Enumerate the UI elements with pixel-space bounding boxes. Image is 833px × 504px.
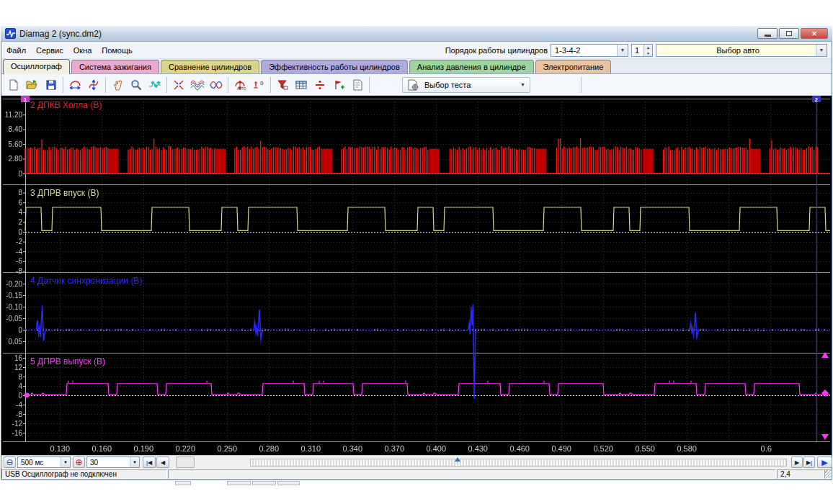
scroll-position-marker[interactable] (455, 457, 460, 462)
minimize-icon (765, 35, 771, 37)
menu-file[interactable]: Файл (1, 44, 31, 57)
skip-end-icon: ▶| (806, 459, 812, 466)
go-end-button[interactable]: ▶| (803, 456, 815, 468)
plus-circle-icon: ⊕ (75, 458, 82, 467)
hand-pan-icon[interactable] (108, 76, 127, 94)
window-title: Diamag 2 (sync.dm2) (19, 29, 102, 39)
new-document-icon[interactable] (4, 76, 23, 94)
menu-service[interactable]: Сервис (31, 44, 68, 57)
compare-channels-icon[interactable] (207, 76, 226, 94)
window-bottom-edge (1, 479, 832, 480)
step-forward-button[interactable]: ▶ (791, 456, 803, 468)
data-table-icon[interactable] (292, 76, 311, 94)
statusbar: USB Осциллограф не подключен 2,4 (1, 469, 832, 479)
background-window-fragment (252, 481, 276, 485)
background-window-fragment (175, 481, 191, 485)
auto-scale-icon[interactable]: AUTO (231, 76, 249, 94)
status-spacer (168, 469, 776, 479)
grid-increase-button[interactable]: ⊕ (73, 456, 85, 468)
bottom-control-bar: ⊖ 500 мс ▼ ⊕ 30 ▼ |◀ ◀ ▶ ▶| ▶ (1, 455, 832, 469)
arrow-right-icon: ▶ (795, 459, 799, 466)
oscilloscope-plot[interactable] (3, 96, 830, 455)
chevron-down-icon[interactable]: ▼ (61, 457, 70, 467)
open-file-icon[interactable] (23, 76, 42, 94)
spin-down-icon[interactable]: ▼ (644, 50, 652, 56)
tab-cylinder-efficiency[interactable]: Эффективность работы цилиндров (261, 60, 408, 73)
cylinder-number-stepper[interactable]: 1 ▲▼ (631, 44, 653, 57)
svg-text:0: 0 (260, 80, 264, 86)
scale-amplitude-icon[interactable] (84, 76, 103, 94)
background-window-fragment (277, 481, 300, 485)
go-start-button[interactable]: |◀ (143, 456, 156, 468)
add-flag-icon[interactable] (329, 76, 348, 94)
signal-markers-icon[interactable] (146, 76, 164, 94)
chevron-down-icon[interactable]: ▼ (816, 45, 827, 56)
zero-level-icon[interactable]: 0 (249, 76, 268, 94)
menu-help[interactable]: Помощь (97, 44, 138, 57)
tabbar: Осциллограф Система зажигания Сравнение … (1, 59, 832, 74)
close-button[interactable]: ✕ (801, 28, 828, 39)
grid-count-select[interactable]: 30 ▼ (86, 456, 140, 468)
play-button[interactable]: ▶ (817, 456, 832, 468)
sweep-decrease-button[interactable]: ⊖ (4, 456, 16, 468)
minus-circle-icon: ⊖ (6, 458, 13, 467)
sweep-select[interactable]: 500 мс ▼ (17, 456, 71, 468)
divide-grid-icon[interactable] (311, 76, 329, 94)
play-icon: ▶ (821, 458, 827, 467)
menubar: Файл Сервис Окна Помощь Порядок работы ц… (1, 42, 832, 59)
arrow-left-icon: ◀ (161, 459, 165, 466)
report-notes-icon[interactable] (348, 76, 367, 94)
close-icon: ✕ (811, 30, 817, 37)
app-logo-icon (5, 28, 16, 39)
car-select[interactable]: Выбор авто ▼ (656, 44, 827, 57)
save-file-icon[interactable] (42, 76, 61, 94)
minimize-button[interactable] (757, 28, 778, 39)
zoom-lens-icon[interactable] (127, 76, 146, 94)
tab-oscilloscope[interactable]: Осциллограф (3, 59, 70, 74)
resize-grip[interactable] (824, 469, 832, 479)
menu-windows[interactable]: Окна (68, 44, 97, 57)
svg-text:AUTO: AUTO (237, 87, 246, 91)
background-window-fragment (227, 481, 251, 485)
titlebar[interactable]: Diamag 2 (sync.dm2) ✕ (1, 26, 832, 42)
skip-start-icon: |◀ (146, 459, 152, 466)
chevron-down-icon: ▼ (520, 82, 525, 87)
chevron-down-icon[interactable]: ▼ (130, 457, 139, 467)
restore-icon (786, 31, 792, 36)
test-select-button[interactable]: Выбор теста ▼ (402, 77, 530, 93)
firing-order-label: Порядок работы цилиндров (445, 46, 548, 55)
tab-cylinder-comparison[interactable]: Сравнение цилиндров (161, 60, 259, 73)
step-back-button[interactable]: ◀ (156, 456, 169, 468)
position-box[interactable] (176, 456, 195, 468)
device-status: USB Осциллограф не подключен (1, 469, 167, 479)
filter-channels-icon[interactable] (273, 76, 292, 94)
tab-cylinder-pressure[interactable]: Анализ давления в цилиндре (409, 60, 534, 73)
chevron-down-icon[interactable]: ▼ (617, 45, 628, 56)
collapse-channels-icon[interactable] (169, 76, 188, 94)
spin-up-icon[interactable]: ▲ (644, 45, 652, 50)
test-gear-icon (407, 79, 420, 91)
fit-time-icon[interactable] (66, 76, 84, 94)
restore-button[interactable] (779, 28, 799, 39)
toolbar: AUTO 0 Выбор теста ▼ (1, 74, 832, 96)
overlay-channels-icon[interactable] (188, 76, 207, 94)
cursor-info: 2,4 (777, 469, 824, 479)
tab-ignition-system[interactable]: Система зажигания (71, 60, 159, 73)
tab-power-supply[interactable]: Электропитание (535, 60, 612, 73)
firing-order-select[interactable]: 1-3-4-2 ▼ (551, 44, 628, 57)
horizontal-scrollbar[interactable] (250, 459, 787, 467)
